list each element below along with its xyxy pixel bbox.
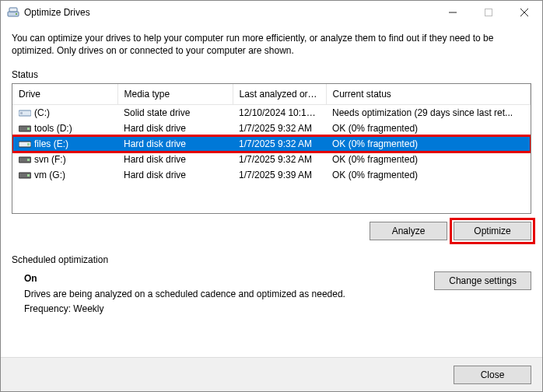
scheduled-section: Scheduled optimization On Drives are bei… [12,254,531,317]
drive-status: OK (0% fragmented) [326,167,531,183]
table-row[interactable]: (C:) Solid state drive 12/10/2024 10:15 … [12,105,531,121]
schedule-state: On [24,273,37,284]
hdd-icon [19,124,31,133]
drive-media: Solid state drive [117,105,233,121]
drive-name: vm (G:) [34,170,65,180]
drive-status: OK (0% fragmented) [326,152,531,167]
svg-rect-13 [27,174,30,177]
drive-name: tools (D:) [34,123,72,134]
drive-last: 1/7/2025 9:32 AM [233,152,326,167]
close-button[interactable]: Close [454,366,531,384]
drive-name: svn (F:) [34,154,66,165]
hdd-icon [19,139,31,149]
intro-text: You can optimize your drives to help you… [12,32,531,57]
schedule-desc: Drives are being analyzed on a scheduled… [24,289,345,299]
drive-status: OK (0% fragmented) [326,136,531,152]
col-media[interactable]: Media type [117,84,233,105]
drive-media: Hard disk drive [117,152,233,167]
window-title: Optimize Drives [24,7,435,18]
col-last[interactable]: Last analyzed or o... [233,84,326,105]
maximize-button[interactable] [471,1,506,24]
change-settings-button[interactable]: Change settings [434,271,531,290]
table-row[interactable]: tools (D:) Hard disk drive 1/7/2025 9:32… [12,121,531,136]
action-buttons: Analyze Optimize [12,222,531,240]
drive-name: files (E:) [34,138,68,149]
drive-status: OK (0% fragmented) [326,121,531,136]
svg-rect-11 [27,159,30,161]
table-row-selected[interactable]: files (E:) Hard disk drive 1/7/2025 9:32… [12,136,531,152]
drive-list[interactable]: Drive Media type Last analyzed or o... C… [12,83,531,214]
drive-name: (C:) [34,107,50,118]
optimize-button[interactable]: Optimize [454,222,531,240]
ssd-icon [19,108,31,117]
svg-rect-5 [20,112,23,114]
analyze-button[interactable]: Analyze [370,222,447,240]
hdd-icon [19,170,31,180]
svg-rect-9 [27,143,30,145]
table-row[interactable]: vm (G:) Hard disk drive 1/7/2025 9:39 AM… [12,167,531,183]
status-label: Status [12,69,531,80]
close-window-button[interactable] [506,1,542,24]
drive-media: Hard disk drive [117,136,233,152]
hdd-icon [19,155,31,164]
content-area: You can optimize your drives to help you… [1,24,542,317]
bottom-bar: Close [1,357,542,391]
titlebar: Optimize Drives [1,1,542,24]
svg-rect-1 [16,13,17,15]
minimize-button[interactable] [435,1,471,24]
drive-media: Hard disk drive [117,121,233,136]
col-current[interactable]: Current status [326,84,531,105]
app-icon [7,6,19,19]
drive-media: Hard disk drive [117,167,233,183]
schedule-freq: Frequency: Weekly [24,303,104,314]
col-drive[interactable]: Drive [12,84,117,105]
svg-rect-2 [9,8,17,12]
drive-last: 12/10/2024 10:15 A... [233,105,326,121]
svg-rect-3 [485,9,492,16]
drive-last: 1/7/2025 9:32 AM [233,136,326,152]
drive-last: 1/7/2025 9:32 AM [233,121,326,136]
column-header-row: Drive Media type Last analyzed or o... C… [12,84,531,105]
scheduled-heading: Scheduled optimization [12,254,531,265]
svg-rect-7 [27,128,30,130]
table-row[interactable]: svn (F:) Hard disk drive 1/7/2025 9:32 A… [12,152,531,167]
drive-status: Needs optimization (29 days since last r… [326,105,531,121]
drive-last: 1/7/2025 9:39 AM [233,167,326,183]
